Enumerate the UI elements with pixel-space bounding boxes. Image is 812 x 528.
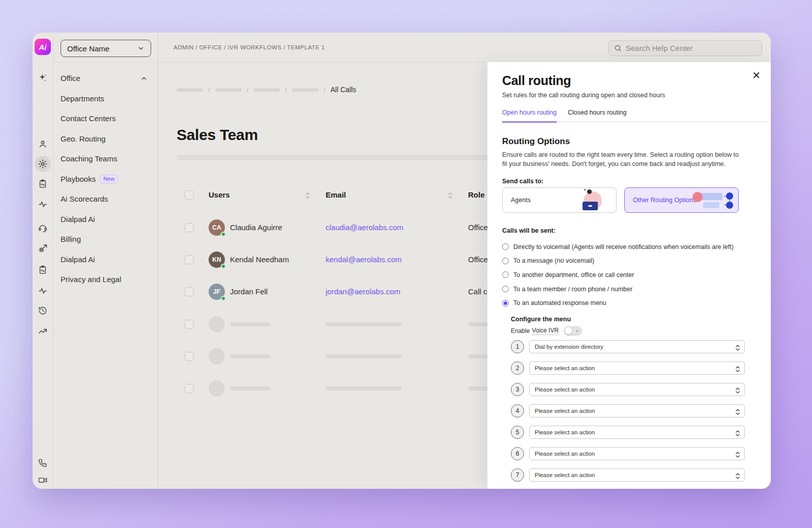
ivr-menu-row: 3 Please select an action <box>511 383 745 396</box>
ivr-menu-row: 7 Please select an action <box>511 468 745 482</box>
action-select-value: Please select an action <box>535 429 595 435</box>
activity-icon[interactable] <box>38 199 48 209</box>
card-agents[interactable]: Agents <box>502 187 617 213</box>
radio-label: To a message (no voicemail) <box>513 257 594 264</box>
column-header-role[interactable]: Role <box>468 190 485 199</box>
close-icon[interactable]: ✕ <box>752 69 761 81</box>
action-select[interactable]: Please select an action <box>529 426 745 439</box>
sparkles-icon[interactable] <box>38 73 48 83</box>
user-email[interactable]: kendal@aerolabs.com <box>326 255 401 264</box>
column-header-users[interactable]: Users <box>209 190 230 199</box>
sidebar-item-label: Coaching Teams <box>61 154 117 163</box>
history-icon[interactable] <box>38 305 48 316</box>
skeleton-crumb-bar <box>292 88 318 92</box>
ivr-menu-row: 1 Dial by extension directory <box>511 340 745 353</box>
action-select[interactable]: Please select an action <box>529 468 745 482</box>
sidebar-item-coaching-teams[interactable]: Coaching Teams <box>53 149 158 169</box>
radio-option[interactable]: To an automated response menu <box>502 296 734 310</box>
sort-icon[interactable] <box>448 192 453 199</box>
sidebar-item-label: Billing <box>61 235 81 243</box>
skeleton-name <box>230 386 271 391</box>
column-header-email[interactable]: Email <box>326 190 346 199</box>
row-checkbox[interactable] <box>185 287 194 296</box>
send-calls-label: Send calls to: <box>502 178 543 185</box>
video-icon[interactable] <box>38 475 48 485</box>
skeleton-crumb-bar <box>253 88 280 92</box>
sidebar-item-playbooks[interactable]: Playbooks New <box>53 169 158 189</box>
voice-ivr-toggle[interactable]: ✕ <box>564 326 582 336</box>
routing-options-heading: Routing Options <box>502 136 570 147</box>
breadcrumb: ADMIN / OFFICE / IVR WORKFLOWS / TEMPLAT… <box>173 33 325 62</box>
search-input[interactable] <box>626 44 757 52</box>
online-status-dot <box>221 296 226 301</box>
sidebar-item-label: Departments <box>61 94 104 103</box>
radio-option[interactable]: To a team member / room phone / number <box>502 282 734 296</box>
app-logo[interactable]: Ai <box>35 39 51 55</box>
radio-option[interactable]: To a message (no voicemail) <box>502 254 734 268</box>
menu-number-badge: 5 <box>511 426 524 439</box>
action-select[interactable]: Please select an action <box>529 404 745 418</box>
app-window: Ai Office Name Office Departments Contac <box>33 33 771 489</box>
card-other-routing-options[interactable]: Other Routing Options <box>624 187 739 213</box>
row-checkbox[interactable] <box>185 384 194 393</box>
office-selector-value: Office Name <box>67 44 109 53</box>
sort-icon[interactable] <box>305 192 310 199</box>
routing-tabs: Open hours routingClosed hours routing <box>502 109 626 123</box>
radio-button-icon <box>502 271 509 278</box>
user-email[interactable]: claudia@aerolabs.com <box>326 223 403 232</box>
action-select[interactable]: Please select an action <box>529 383 745 396</box>
sidebar-section-office[interactable]: Office <box>53 68 158 89</box>
select-arrows-icon <box>735 430 740 436</box>
help-search[interactable] <box>608 40 762 56</box>
action-select-value: Please select an action <box>535 365 595 371</box>
crumb-current: All Calls <box>331 86 357 94</box>
skeleton-name <box>230 354 271 358</box>
radio-option[interactable]: To another department, office or call ce… <box>502 268 734 282</box>
avatar-initials: JF <box>213 288 220 295</box>
action-select[interactable]: Please select an action <box>529 362 745 375</box>
person-icon[interactable] <box>38 139 48 149</box>
card-agents-label: Agents <box>511 197 531 204</box>
crumb-separator: / <box>324 86 326 94</box>
user-name: Kendal Needham <box>230 255 289 264</box>
skeleton-avatar <box>209 316 225 332</box>
select-arrows-icon <box>735 473 740 479</box>
skeleton-avatar <box>209 380 225 397</box>
toggle-off-icon: ✕ <box>575 328 579 334</box>
card-other-label: Other Routing Options <box>633 197 696 204</box>
select-all-checkbox[interactable] <box>185 190 194 200</box>
office-selector[interactable]: Office Name <box>61 40 151 57</box>
row-checkbox[interactable] <box>185 255 194 264</box>
row-checkbox[interactable] <box>185 320 194 329</box>
radio-label: To another department, office or call ce… <box>513 271 634 279</box>
tab-closed-hours-routing[interactable]: Closed hours routing <box>568 109 626 123</box>
action-select[interactable]: Dial by extension directory <box>529 340 745 353</box>
sidebar-item-geo-routing[interactable]: Geo. Routing <box>53 129 158 149</box>
radio-option[interactable]: Directly to voicemail (Agents will recei… <box>502 240 734 254</box>
tab-open-hours-routing[interactable]: Open hours routing <box>502 109 557 123</box>
crumb-separator: / <box>208 86 210 94</box>
row-checkbox[interactable] <box>185 223 194 232</box>
radio-button-icon <box>502 300 509 307</box>
voice-ivr-link[interactable]: Voice IVR <box>532 327 559 335</box>
menu-number-badge: 4 <box>511 404 524 418</box>
skeleton-avatar <box>209 348 225 365</box>
gear-icon[interactable] <box>35 156 51 172</box>
action-select[interactable]: Please select an action <box>529 447 745 460</box>
phone-icon[interactable] <box>38 458 48 468</box>
skeleton-crumb-bar <box>177 88 203 92</box>
call-routing-panel: ✕ Call routing Set rules for the call ro… <box>487 62 771 489</box>
user-email[interactable]: jordan@aerolabs.com <box>326 287 400 296</box>
sidebar-item-departments[interactable]: Departments <box>53 89 158 109</box>
panel-title: Call routing <box>502 73 571 88</box>
crumb-separator: / <box>247 86 249 94</box>
sidebar-item-contact-centers[interactable]: Contact Centers <box>53 108 158 129</box>
calls-sent-label: Calls will be sent: <box>502 227 556 234</box>
playbook-ai-icon[interactable] <box>38 179 48 189</box>
menu-number-badge: 7 <box>511 468 524 482</box>
row-checkbox[interactable] <box>185 352 194 361</box>
routing-illustration <box>692 189 734 211</box>
radio-button-icon <box>502 286 509 292</box>
select-arrows-icon <box>735 387 740 393</box>
sidebar-item-label: Geo. Routing <box>61 134 105 143</box>
